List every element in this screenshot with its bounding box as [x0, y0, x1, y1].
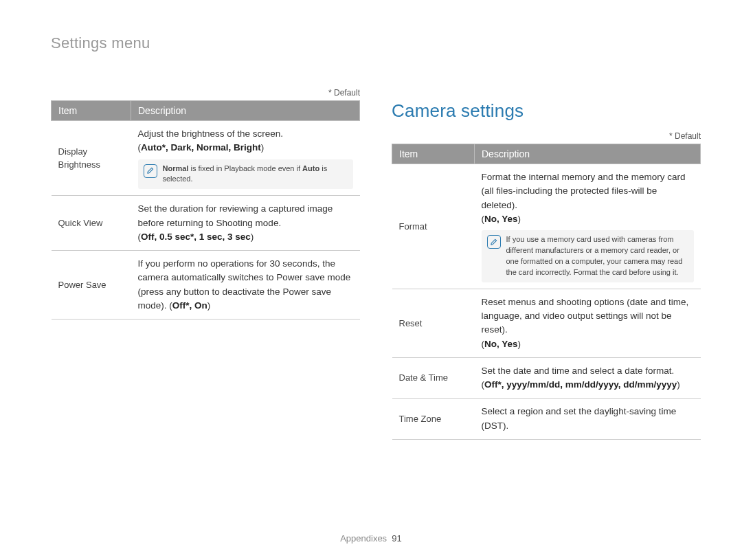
note-box: If you use a memory card used with camer… — [482, 230, 694, 282]
col-header-description: Description — [475, 144, 701, 164]
item-description: Adjust the brightness of the screen. (Au… — [131, 121, 360, 196]
item-label: Power Save — [52, 251, 131, 320]
options-wrap: (Auto*, Dark, Normal, Bright) — [138, 142, 265, 153]
content-columns: * Default Item Description Display Brigh… — [51, 88, 701, 440]
table-row: Display Brightness Adjust the brightness… — [52, 121, 360, 196]
col-header-item: Item — [392, 144, 475, 164]
item-description: Reset menus and shooting options (date a… — [475, 289, 701, 357]
item-label: Format — [392, 164, 475, 289]
left-column: * Default Item Description Display Brigh… — [51, 88, 360, 440]
desc-text: Format the internal memory and the memor… — [482, 172, 686, 210]
item-label: Quick View — [52, 196, 131, 251]
default-label-right: * Default — [392, 131, 701, 141]
options-wrap: (Off*, yyyy/mm/dd, mm/dd/yyyy, dd/mm/yyy… — [482, 379, 680, 390]
section-heading: Camera settings — [392, 100, 701, 122]
table-row: Format Format the internal memory and th… — [392, 164, 701, 289]
item-description: Set the duration for reviewing a capture… — [131, 196, 360, 251]
col-header-description: Description — [131, 101, 360, 121]
item-label: Time Zone — [392, 399, 475, 440]
camera-settings-table: Item Description Format Format the inter… — [392, 144, 701, 440]
desc-text: If you perform no operations for 30 seco… — [138, 258, 351, 311]
item-label: Reset — [392, 289, 475, 357]
table-row: Reset Reset menus and shooting options (… — [392, 289, 701, 357]
options-wrap: (No, Yes) — [482, 339, 521, 349]
options-wrap: (Off, 0.5 sec*, 1 sec, 3 sec) — [138, 232, 254, 242]
note-box: Normal is fixed in Playback mode even if… — [138, 159, 353, 190]
desc-text: Set the date and time and select a date … — [482, 366, 675, 376]
table-row: Quick View Set the duration for reviewin… — [52, 196, 360, 251]
desc-text: Reset menus and shooting options (date a… — [482, 297, 689, 335]
options-wrap: (No, Yes) — [482, 214, 521, 224]
item-label: Date & Time — [392, 357, 475, 399]
note-icon — [487, 235, 501, 249]
desc-text: Adjust the brightness of the screen. — [138, 128, 284, 139]
default-label-left: * Default — [51, 88, 360, 98]
item-description: If you perform no operations for 30 seco… — [131, 251, 360, 320]
item-description: Set the date and time and select a date … — [475, 357, 701, 399]
table-row: Date & Time Set the date and time and se… — [392, 357, 701, 399]
desc-text: Select a region and set the daylight-sav… — [482, 406, 677, 430]
item-label: Display Brightness — [52, 121, 131, 196]
item-description: Format the internal memory and the memor… — [475, 164, 701, 289]
page-footer: Appendixes 91 — [0, 533, 742, 544]
note-icon — [144, 164, 157, 178]
note-text: Normal is fixed in Playback mode even if… — [163, 164, 348, 186]
table-row: Time Zone Select a region and set the da… — [392, 399, 701, 440]
item-description: Select a region and set the daylight-sav… — [475, 399, 701, 440]
note-text: If you use a memory card used with camer… — [506, 234, 688, 278]
footer-label: Appendixes — [340, 533, 387, 544]
desc-text: Set the duration for reviewing a capture… — [138, 203, 333, 227]
table-row: Power Save If you perform no operations … — [52, 251, 360, 320]
page-number: 91 — [392, 533, 401, 544]
page-title: Settings menu — [51, 34, 150, 52]
right-column: Camera settings * Default Item Descripti… — [392, 88, 701, 440]
col-header-item: Item — [52, 101, 131, 121]
display-settings-table: Item Description Display Brightness Adju… — [51, 100, 360, 320]
